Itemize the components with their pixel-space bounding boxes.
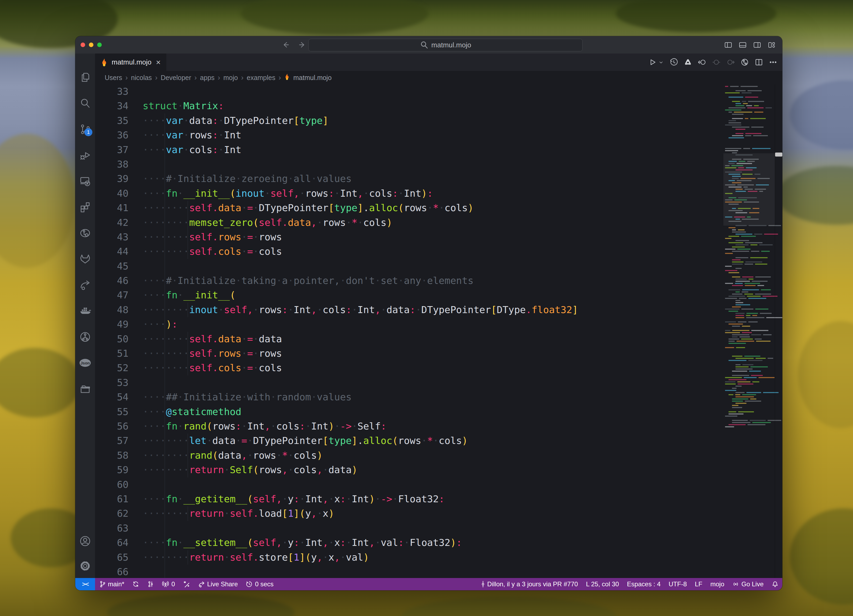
more-actions-icon[interactable] (769, 58, 777, 67)
eol-item[interactable]: LF (695, 580, 702, 588)
code-line[interactable]: 58········rand(data,·rows·*·cols) (95, 448, 782, 463)
line-number[interactable]: 56 (95, 419, 129, 433)
code-line[interactable]: 39····#·Initialize·zeroeing·all·values (95, 171, 782, 186)
toggle-secondary-sidebar-icon[interactable] (753, 41, 762, 49)
close-window-button[interactable] (80, 42, 85, 47)
code-line[interactable]: 46····#·Initialize·taking·a·pointer,·don… (95, 274, 782, 288)
line-number[interactable]: 53 (95, 375, 129, 390)
code-line[interactable]: 35····var·data:·DTypePointer[type] (95, 114, 782, 128)
line-number[interactable]: 61 (95, 492, 129, 506)
line-number[interactable]: 44 (95, 244, 129, 259)
breadcrumb-file[interactable]: matmul.mojo (293, 74, 331, 82)
sidebar-item-run-debug[interactable] (75, 142, 95, 168)
zoom-window-button[interactable] (97, 42, 102, 47)
code-line[interactable]: 37····var·cols:·Int (95, 142, 782, 157)
minimize-window-button[interactable] (89, 42, 93, 47)
line-number[interactable]: 34 (95, 99, 129, 113)
line-number[interactable]: 64 (95, 536, 129, 550)
breadcrumb-item[interactable]: nicolas (131, 74, 152, 82)
breadcrumb-item[interactable]: Developer (161, 74, 191, 82)
line-number[interactable]: 33 (95, 84, 129, 99)
code-line[interactable]: 45 (95, 259, 782, 274)
code-line[interactable]: 47····fn·__init__( (95, 288, 782, 303)
code-line[interactable]: 57········let·data·=·DTypePointer[type].… (95, 433, 782, 448)
sidebar-item-docker[interactable] (75, 298, 95, 324)
indentation-item[interactable]: Espaces : 4 (627, 580, 660, 588)
remote-indicator[interactable]: >< (75, 578, 95, 590)
line-number[interactable]: 60 (95, 477, 129, 492)
line-number[interactable]: 43 (95, 230, 129, 244)
code-line[interactable]: 60 (95, 477, 782, 492)
sidebar-item-live-share[interactable] (75, 272, 95, 298)
next-change-icon[interactable] (726, 58, 735, 67)
toggle-panel-icon[interactable] (738, 41, 747, 49)
line-number[interactable]: 47 (95, 288, 129, 303)
code-line[interactable]: 62········return·self.load[1](y,·x) (95, 506, 782, 521)
broadcast-item[interactable]: 0 (162, 580, 175, 588)
code-line[interactable]: 52········self.cols·=·cols (95, 361, 782, 375)
git-graph-icon[interactable] (740, 58, 749, 67)
sidebar-item-project-folders[interactable] (75, 376, 95, 402)
tab-close-icon[interactable]: × (156, 58, 161, 67)
sidebar-item-source-control[interactable]: 1 (75, 116, 95, 142)
back-icon[interactable] (281, 41, 290, 49)
code-line[interactable]: 43········self.rows·=·rows (95, 230, 782, 244)
sidebar-item-explorer[interactable] (75, 64, 95, 90)
notifications-item[interactable] (772, 581, 779, 588)
code-line[interactable]: 53 (95, 375, 782, 390)
breadcrumb-item[interactable]: apps (200, 74, 214, 82)
line-number[interactable]: 49 (95, 317, 129, 331)
sidebar-item-git-graph[interactable] (75, 324, 95, 350)
line-number[interactable]: 35 (95, 114, 129, 128)
line-number[interactable]: 50 (95, 332, 129, 346)
line-number[interactable]: 57 (95, 433, 129, 448)
line-number[interactable]: 48 (95, 303, 129, 317)
breadcrumb-item[interactable]: examples (247, 74, 275, 82)
code-line[interactable]: 55····@staticmethod (95, 405, 782, 419)
toggle-sidebar-icon[interactable] (724, 41, 733, 49)
encoding-item[interactable]: UTF-8 (669, 580, 687, 588)
code-line[interactable]: 66 (95, 565, 782, 579)
code-line[interactable]: 48········inout·self,·rows:·Int,·cols:·I… (95, 303, 782, 317)
formatter-item[interactable] (183, 581, 190, 588)
previous-change-icon[interactable] (712, 58, 721, 67)
line-number[interactable]: 41 (95, 201, 129, 215)
code-line[interactable]: 49····): (95, 317, 782, 331)
run-button[interactable] (648, 58, 657, 67)
sidebar-item-remote-explorer[interactable] (75, 168, 95, 194)
line-number[interactable]: 55 (95, 405, 129, 419)
line-number[interactable]: 37 (95, 142, 129, 157)
line-number[interactable]: 59 (95, 463, 129, 477)
line-number[interactable]: 40 (95, 186, 129, 201)
line-number[interactable]: 46 (95, 274, 129, 288)
sync-item[interactable] (132, 581, 139, 588)
code-editor[interactable]: 3334struct·Matrix:35····var·data:·DTypeP… (95, 84, 782, 578)
line-number[interactable]: 39 (95, 171, 129, 186)
code-line[interactable]: 63 (95, 521, 782, 536)
code-line[interactable]: 33 (95, 84, 782, 99)
code-line[interactable]: 56····fn·rand(rows:·Int,·cols:·Int)·->·S… (95, 419, 782, 433)
branch-item[interactable]: main* (99, 580, 124, 588)
split-editor-icon[interactable] (754, 58, 763, 67)
code-line[interactable]: 50········self.data·=·data (95, 332, 782, 346)
code-line[interactable]: 51········self.rows·=·rows (95, 346, 782, 361)
cursor-position-item[interactable]: L 25, col 30 (586, 580, 619, 588)
sidebar-item-gitlab[interactable] (75, 246, 95, 272)
tab-matmul-mojo[interactable]: matmul.mojo × (95, 53, 166, 71)
run-dropdown-chevron-icon[interactable] (658, 59, 664, 65)
line-number[interactable]: 38 (95, 157, 129, 171)
line-number[interactable]: 52 (95, 361, 129, 375)
compare-changes-item[interactable] (147, 581, 154, 588)
code-line[interactable]: 44········self.cols·=·cols (95, 244, 782, 259)
live-share-item[interactable]: Live Share (198, 580, 238, 588)
code-line[interactable]: 59········return·Self(rows,·cols,·data) (95, 463, 782, 477)
go-live-item[interactable]: Go Live (732, 580, 763, 588)
open-changes-back-icon[interactable] (698, 58, 707, 67)
sidebar-item-gitlens[interactable] (75, 220, 95, 246)
code-line[interactable]: 41········self.data·=·DTypePointer[type]… (95, 201, 782, 215)
code-line[interactable]: 54····##·Initialize·with·random·values (95, 390, 782, 404)
breadcrumb-item[interactable]: Users (105, 74, 122, 82)
line-number[interactable]: 54 (95, 390, 129, 404)
line-number[interactable]: 42 (95, 215, 129, 230)
customize-layout-icon[interactable] (767, 41, 776, 49)
